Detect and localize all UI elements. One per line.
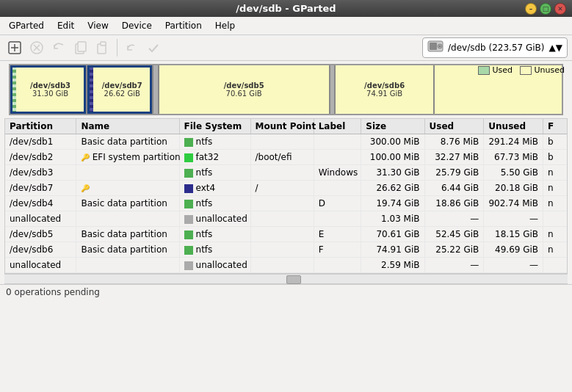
table-row[interactable]: /dev/sdb1Basic data partitionntfs300.00 … [5, 134, 567, 150]
cell-partition: /dev/sdb2 [5, 150, 76, 165]
cell-mount [250, 165, 314, 181]
delete-partition-button[interactable] [26, 37, 47, 58]
cell-fs: fat32 [179, 150, 250, 165]
window-controls[interactable]: – □ ✕ [525, 3, 566, 15]
minimize-button[interactable]: – [525, 3, 537, 15]
cell-label [314, 258, 361, 273]
col-header-size[interactable]: Size [361, 119, 424, 134]
cell-fs: unallocated [179, 258, 250, 273]
partition-table: Partition Name File System Mount Point L… [5, 119, 567, 273]
used-legend: Used [478, 65, 513, 75]
col-header-fs[interactable]: File System [179, 119, 250, 134]
menu-item-view[interactable]: View [82, 18, 114, 33]
menubar: GPartedEditViewDevicePartitionHelp [0, 17, 572, 35]
cell-partition: /dev/sdb7 [5, 181, 76, 196]
cell-name: Basic data partition [76, 227, 179, 242]
menu-item-partition[interactable]: Partition [159, 18, 208, 33]
col-header-used[interactable]: Used [424, 119, 484, 134]
cell-used: 6.44 GiB [424, 181, 484, 196]
close-button[interactable]: ✕ [554, 3, 566, 15]
dv-sdb6[interactable]: /dev/sdb6 74.91 GiB [336, 65, 435, 114]
table-row[interactable]: unallocatedunallocated1.03 MiB—— [5, 211, 567, 227]
sdb3-label: /dev/sdb3 [26, 81, 70, 90]
cell-used: 25.79 GiB [424, 165, 484, 181]
cell-partition: unallocated [5, 258, 76, 273]
dv-sdb5[interactable]: /dev/sdb5 70.61 GiB [159, 65, 330, 114]
table-row[interactable]: /dev/sdb3ntfsWindows31.30 GiB25.79 GiB5.… [5, 165, 567, 181]
menu-item-edit[interactable]: Edit [51, 18, 80, 33]
sdb5-size: 70.61 GiB [226, 90, 262, 98]
cell-used: 18.86 GiB [424, 196, 484, 211]
cell-unused: 902.74 MiB [484, 196, 543, 211]
cell-mount: /boot/efi [250, 150, 314, 165]
cell-mount [250, 227, 314, 242]
undo2-button[interactable] [121, 37, 142, 58]
copy-button[interactable] [70, 37, 91, 58]
cell-flags [543, 211, 567, 227]
cell-label: Windows [314, 165, 361, 181]
disk-visual: Used Unused /dev/sdb3 31.30 GiB /dev/sdb… [4, 64, 568, 115]
cell-size: 26.62 GiB [361, 181, 424, 196]
device-selector[interactable]: /dev/sdb (223.57 GiB) ▲▼ [422, 37, 568, 58]
menu-item-gparted[interactable]: GParted [3, 18, 50, 33]
cell-unused: 49.69 GiB [484, 242, 543, 258]
sdb7-label: /dev/sdb7 [98, 81, 142, 90]
cell-size: 31.30 GiB [361, 165, 424, 181]
table-row[interactable]: /dev/sdb6Basic data partitionntfsF74.91 … [5, 242, 567, 258]
new-partition-button[interactable] [4, 37, 25, 58]
cell-unused: 20.18 GiB [484, 181, 543, 196]
col-header-partition[interactable]: Partition [5, 119, 76, 134]
status-text: 0 operations pending [6, 287, 100, 297]
cell-name [76, 165, 179, 181]
svg-rect-11 [430, 43, 437, 50]
cell-partition: /dev/sdb5 [5, 227, 76, 242]
cell-mount [250, 242, 314, 258]
svg-rect-9 [101, 42, 106, 46]
statusbar: 0 operations pending [0, 284, 572, 300]
col-header-label[interactable]: Label [314, 119, 361, 134]
cell-partition: unallocated [5, 211, 76, 227]
table-row[interactable]: unallocatedunallocated2.59 MiB—— [5, 258, 567, 273]
cell-flags: n [543, 181, 567, 196]
toolbar: /dev/sdb (223.57 GiB) ▲▼ [0, 35, 572, 61]
dv-sdb7[interactable]: /dev/sdb7 26.62 GiB [87, 65, 153, 114]
scroll-thumb[interactable] [286, 275, 301, 284]
cell-flags: n [543, 227, 567, 242]
cell-partition: /dev/sdb3 [5, 165, 76, 181]
cell-used: 52.45 GiB [424, 227, 484, 242]
cell-fs: ext4 [179, 181, 250, 196]
window-title: /dev/sdb - GParted [236, 3, 336, 14]
cell-mount: / [250, 181, 314, 196]
paste-button[interactable] [93, 37, 113, 58]
cell-used: — [424, 258, 484, 273]
sdb5-label: /dev/sdb5 [224, 81, 264, 90]
sdb6-size: 74.91 GiB [366, 90, 402, 98]
cell-mount [250, 196, 314, 211]
cell-unused: — [484, 211, 543, 227]
apply-button[interactable] [143, 37, 164, 58]
menu-item-help[interactable]: Help [209, 18, 241, 33]
dv-sdb3[interactable]: /dev/sdb3 31.30 GiB [10, 65, 87, 114]
cell-name: 🔑 EFI system partition [76, 150, 179, 165]
table-row[interactable]: /dev/sdb7🔑 ext4/26.62 GiB6.44 GiB20.18 G… [5, 181, 567, 196]
cell-name [76, 211, 179, 227]
table-row[interactable]: /dev/sdb4Basic data partitionntfsD19.74 … [5, 196, 567, 211]
table-row[interactable]: /dev/sdb5Basic data partitionntfsE70.61 … [5, 227, 567, 242]
horizontal-scrollbar[interactable] [4, 274, 568, 284]
table-row[interactable]: /dev/sdb2🔑 EFI system partitionfat32/boo… [5, 150, 567, 165]
maximize-button[interactable]: □ [540, 3, 551, 15]
col-header-name[interactable]: Name [76, 119, 179, 134]
col-header-mount[interactable]: Mount Point [250, 119, 314, 134]
cell-name: Basic data partition [76, 196, 179, 211]
col-header-flags[interactable]: F [543, 119, 567, 134]
device-dropdown-arrow[interactable]: ▲▼ [549, 43, 562, 53]
menu-item-device[interactable]: Device [116, 18, 158, 33]
cell-used: — [424, 211, 484, 227]
undo-button[interactable] [48, 37, 69, 58]
cell-flags [543, 258, 567, 273]
cell-used: 32.27 MiB [424, 150, 484, 165]
cell-size: 74.91 GiB [361, 242, 424, 258]
col-header-unused[interactable]: Unused [484, 119, 543, 134]
cell-size: 100.00 MiB [361, 150, 424, 165]
cell-label: E [314, 227, 361, 242]
